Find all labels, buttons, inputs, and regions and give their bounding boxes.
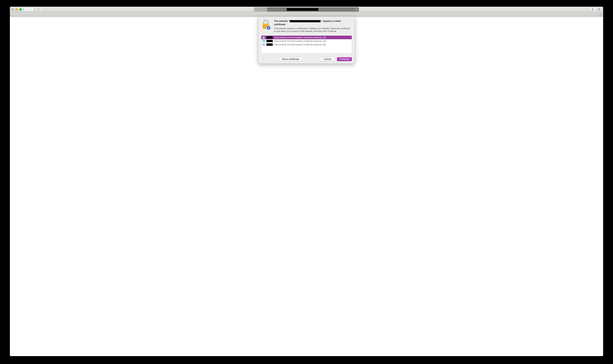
certificate-identity-redacted: [266, 40, 273, 42]
share-icon: [591, 8, 594, 11]
lock-badge-icon: [261, 20, 271, 33]
page-content: The website “” requires a client certifi…: [10, 17, 603, 356]
svg-rect-3: [598, 8, 600, 10]
certificate-row[interactable]: (SecureAuth G3 Intermediate Certificate …: [261, 36, 352, 39]
sidebar-icon: [37, 8, 40, 11]
tab-overview-button[interactable]: [596, 8, 601, 12]
certificate-row[interactable]: (SecureAuth G3 Intermediate Certificate …: [261, 43, 352, 46]
svg-rect-0: [37, 8, 40, 11]
forward-button[interactable]: [29, 8, 34, 12]
loading-progress: [254, 7, 267, 12]
tabs-icon: [598, 8, 600, 11]
show-certificate-button[interactable]: Show Certificate: [279, 57, 302, 61]
tab-strip: [10, 12, 603, 17]
address-bar[interactable]: [254, 7, 359, 12]
window-zoom-button[interactable]: [19, 8, 22, 11]
title-bar: [10, 7, 603, 12]
certificate-identity-redacted: [266, 36, 273, 39]
question-mark-icon: ?: [262, 58, 264, 61]
certificate-row[interactable]: (SecureAuth G3 Intermediate Certificate …: [261, 39, 352, 43]
window-close-button[interactable]: [12, 8, 14, 11]
stop-reload-button[interactable]: [355, 8, 358, 11]
website-redacted: [290, 20, 320, 22]
help-button[interactable]: ?: [261, 57, 265, 61]
share-button[interactable]: [590, 8, 595, 12]
certificate-icon: [263, 37, 265, 39]
navigation-buttons: [24, 8, 34, 12]
window-controls: [12, 8, 22, 11]
show-certificate-label: Show Certificate: [282, 58, 299, 61]
continue-label: Continue: [340, 58, 349, 61]
certificate-issuer: (SecureAuth G3 Intermediate Certificate …: [274, 43, 326, 46]
address-redacted: [287, 8, 318, 11]
certificate-list[interactable]: (SecureAuth G3 Intermediate Certificate …: [261, 36, 352, 54]
dialog-description: This website requires a certificate to v…: [274, 27, 352, 33]
plus-icon: [599, 13, 601, 16]
back-button[interactable]: [24, 8, 29, 12]
dialog-title: The website “” requires a client certifi…: [274, 20, 352, 26]
certificate-issuer: (SecureAuth G3 Intermediate Certificate …: [274, 36, 326, 39]
dialog-title-prefix: The website “: [274, 20, 290, 23]
browser-window: The website “” requires a client certifi…: [10, 7, 603, 356]
window-minimize-button[interactable]: [15, 8, 18, 11]
certificate-issuer: (SecureAuth G3 Intermediate Certificate …: [274, 40, 326, 42]
new-tab-button[interactable]: [597, 12, 603, 17]
cancel-button[interactable]: Cancel: [320, 57, 335, 61]
client-certificate-dialog: The website “” requires a client certifi…: [258, 17, 355, 64]
sidebar-toggle-button[interactable]: [36, 8, 42, 12]
cancel-label: Cancel: [324, 58, 331, 61]
certificate-icon: [263, 44, 265, 46]
continue-button[interactable]: Continue: [337, 57, 352, 61]
svg-point-7: [268, 27, 269, 28]
svg-rect-5: [263, 24, 269, 24]
chevron-left-icon: [26, 9, 28, 11]
chevron-right-icon: [30, 9, 32, 11]
svg-rect-2: [598, 9, 600, 11]
certificate-icon: [263, 40, 265, 42]
close-icon: [355, 9, 357, 11]
toolbar-right: [590, 8, 601, 12]
certificate-identity-redacted: [266, 43, 273, 46]
